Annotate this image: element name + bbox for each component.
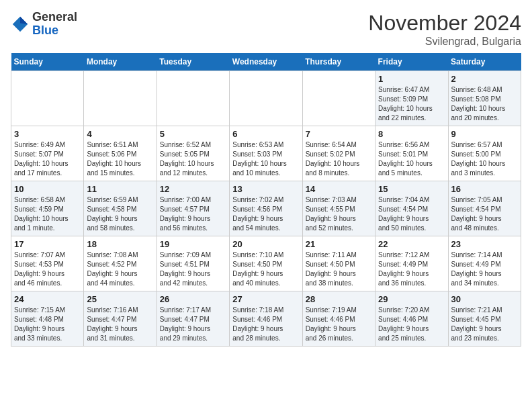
day-info: Sunrise: 7:20 AM Sunset: 4:46 PM Dayligh… <box>378 306 445 343</box>
day-info: Sunrise: 6:49 AM Sunset: 5:07 PM Dayligh… <box>14 140 81 178</box>
day-number: 13 <box>232 184 299 194</box>
day-info: Sunrise: 7:18 AM Sunset: 4:46 PM Dayligh… <box>232 306 299 343</box>
calendar-cell: 18Sunrise: 7:08 AM Sunset: 4:52 PM Dayli… <box>84 236 157 291</box>
day-number: 29 <box>378 294 445 304</box>
calendar-cell: 21Sunrise: 7:11 AM Sunset: 4:50 PM Dayli… <box>302 236 375 291</box>
weekday-header-sunday: Sunday <box>11 53 84 71</box>
day-number: 4 <box>87 129 153 139</box>
day-info: Sunrise: 6:56 AM Sunset: 5:01 PM Dayligh… <box>378 140 445 178</box>
day-number: 16 <box>451 184 518 194</box>
calendar-cell: 4Sunrise: 6:51 AM Sunset: 5:06 PM Daylig… <box>84 126 157 181</box>
calendar-body: 1Sunrise: 6:47 AM Sunset: 5:09 PM Daylig… <box>11 71 521 347</box>
day-number: 5 <box>160 129 226 139</box>
calendar-cell: 12Sunrise: 7:00 AM Sunset: 4:57 PM Dayli… <box>157 181 229 236</box>
day-info: Sunrise: 7:08 AM Sunset: 4:52 PM Dayligh… <box>87 250 153 288</box>
day-number: 27 <box>232 294 299 304</box>
day-info: Sunrise: 7:16 AM Sunset: 4:47 PM Dayligh… <box>87 306 153 343</box>
day-info: Sunrise: 6:48 AM Sunset: 5:08 PM Dayligh… <box>451 85 518 123</box>
day-info: Sunrise: 6:51 AM Sunset: 5:06 PM Dayligh… <box>87 140 153 178</box>
day-info: Sunrise: 7:19 AM Sunset: 4:46 PM Dayligh… <box>306 306 372 343</box>
day-info: Sunrise: 6:58 AM Sunset: 4:59 PM Dayligh… <box>14 195 81 233</box>
calendar-week-0: 1Sunrise: 6:47 AM Sunset: 5:09 PM Daylig… <box>11 71 521 126</box>
day-info: Sunrise: 7:09 AM Sunset: 4:51 PM Dayligh… <box>160 250 226 288</box>
logo-icon <box>11 15 30 34</box>
day-info: Sunrise: 7:15 AM Sunset: 4:48 PM Dayligh… <box>14 306 81 343</box>
calendar-cell: 10Sunrise: 6:58 AM Sunset: 4:59 PM Dayli… <box>11 181 84 236</box>
day-info: Sunrise: 7:17 AM Sunset: 4:47 PM Dayligh… <box>160 306 226 343</box>
day-info: Sunrise: 6:47 AM Sunset: 5:09 PM Dayligh… <box>378 85 445 123</box>
calendar-cell: 11Sunrise: 6:59 AM Sunset: 4:58 PM Dayli… <box>84 181 157 236</box>
weekday-header-monday: Monday <box>84 53 157 71</box>
calendar-cell: 8Sunrise: 6:56 AM Sunset: 5:01 PM Daylig… <box>375 126 448 181</box>
weekday-header-saturday: Saturday <box>448 53 521 71</box>
calendar-cell: 16Sunrise: 7:05 AM Sunset: 4:54 PM Dayli… <box>448 181 521 236</box>
day-number: 19 <box>160 239 226 249</box>
day-info: Sunrise: 6:52 AM Sunset: 5:05 PM Dayligh… <box>160 140 226 178</box>
day-number: 8 <box>378 129 445 139</box>
calendar-cell: 20Sunrise: 7:10 AM Sunset: 4:50 PM Dayli… <box>230 236 302 291</box>
day-number: 20 <box>232 239 299 249</box>
calendar-cell: 3Sunrise: 6:49 AM Sunset: 5:07 PM Daylig… <box>11 126 84 181</box>
day-number: 18 <box>87 239 153 249</box>
calendar-cell: 23Sunrise: 7:14 AM Sunset: 4:49 PM Dayli… <box>448 236 521 291</box>
weekday-header-friday: Friday <box>375 53 448 71</box>
day-number: 7 <box>306 129 372 139</box>
calendar-week-1: 3Sunrise: 6:49 AM Sunset: 5:07 PM Daylig… <box>11 126 521 181</box>
weekday-header-row: SundayMondayTuesdayWednesdayThursdayFrid… <box>11 53 521 71</box>
calendar-cell: 27Sunrise: 7:18 AM Sunset: 4:46 PM Dayli… <box>230 291 302 347</box>
calendar-cell <box>11 71 84 126</box>
calendar-cell: 22Sunrise: 7:12 AM Sunset: 4:49 PM Dayli… <box>375 236 448 291</box>
day-info: Sunrise: 7:10 AM Sunset: 4:50 PM Dayligh… <box>232 250 299 288</box>
calendar-cell: 5Sunrise: 6:52 AM Sunset: 5:05 PM Daylig… <box>157 126 229 181</box>
calendar-cell: 29Sunrise: 7:20 AM Sunset: 4:46 PM Dayli… <box>375 291 448 347</box>
weekday-header-wednesday: Wednesday <box>230 53 302 71</box>
calendar-cell: 9Sunrise: 6:57 AM Sunset: 5:00 PM Daylig… <box>448 126 521 181</box>
day-number: 22 <box>378 239 445 249</box>
day-info: Sunrise: 6:59 AM Sunset: 4:58 PM Dayligh… <box>87 195 153 233</box>
day-info: Sunrise: 7:07 AM Sunset: 4:53 PM Dayligh… <box>14 250 81 288</box>
calendar-cell: 17Sunrise: 7:07 AM Sunset: 4:53 PM Dayli… <box>11 236 84 291</box>
calendar-week-4: 24Sunrise: 7:15 AM Sunset: 4:48 PM Dayli… <box>11 291 521 347</box>
month-title: November 2024 <box>368 11 521 36</box>
logo: General Blue <box>11 11 77 38</box>
day-info: Sunrise: 7:04 AM Sunset: 4:54 PM Dayligh… <box>378 195 445 233</box>
day-info: Sunrise: 7:12 AM Sunset: 4:49 PM Dayligh… <box>378 250 445 288</box>
location-subtitle: Svilengrad, Bulgaria <box>368 36 521 48</box>
calendar-cell: 30Sunrise: 7:21 AM Sunset: 4:45 PM Dayli… <box>448 291 521 347</box>
day-number: 30 <box>451 294 518 304</box>
calendar-cell: 2Sunrise: 6:48 AM Sunset: 5:08 PM Daylig… <box>448 71 521 126</box>
day-info: Sunrise: 7:14 AM Sunset: 4:49 PM Dayligh… <box>451 250 518 288</box>
weekday-header-tuesday: Tuesday <box>157 53 229 71</box>
day-number: 11 <box>87 184 153 194</box>
calendar-cell: 26Sunrise: 7:17 AM Sunset: 4:47 PM Dayli… <box>157 291 229 347</box>
day-number: 21 <box>306 239 372 249</box>
calendar-cell: 13Sunrise: 7:02 AM Sunset: 4:56 PM Dayli… <box>230 181 302 236</box>
logo-blue: Blue <box>32 24 77 38</box>
calendar-header: SundayMondayTuesdayWednesdayThursdayFrid… <box>11 53 521 71</box>
day-number: 23 <box>451 239 518 249</box>
day-info: Sunrise: 7:11 AM Sunset: 4:50 PM Dayligh… <box>306 250 372 288</box>
day-info: Sunrise: 6:53 AM Sunset: 5:03 PM Dayligh… <box>232 140 299 178</box>
logo-general: General <box>32 11 77 24</box>
day-number: 14 <box>306 184 372 194</box>
calendar-week-3: 17Sunrise: 7:07 AM Sunset: 4:53 PM Dayli… <box>11 236 521 291</box>
day-info: Sunrise: 7:02 AM Sunset: 4:56 PM Dayligh… <box>232 195 299 233</box>
day-number: 3 <box>14 129 81 139</box>
calendar-cell <box>157 71 229 126</box>
day-number: 6 <box>232 129 299 139</box>
day-info: Sunrise: 6:57 AM Sunset: 5:00 PM Dayligh… <box>451 140 518 178</box>
header: General Blue November 2024 Svilengrad, B… <box>11 11 521 48</box>
day-number: 28 <box>306 294 372 304</box>
calendar-table: SundayMondayTuesdayWednesdayThursdayFrid… <box>11 53 521 347</box>
day-number: 24 <box>14 294 81 304</box>
title-area: November 2024 Svilengrad, Bulgaria <box>368 11 521 48</box>
calendar-cell: 19Sunrise: 7:09 AM Sunset: 4:51 PM Dayli… <box>157 236 229 291</box>
day-number: 25 <box>87 294 153 304</box>
calendar-week-2: 10Sunrise: 6:58 AM Sunset: 4:59 PM Dayli… <box>11 181 521 236</box>
day-info: Sunrise: 7:05 AM Sunset: 4:54 PM Dayligh… <box>451 195 518 233</box>
calendar-cell <box>302 71 375 126</box>
calendar-cell: 6Sunrise: 6:53 AM Sunset: 5:03 PM Daylig… <box>230 126 302 181</box>
day-info: Sunrise: 7:00 AM Sunset: 4:57 PM Dayligh… <box>160 195 226 233</box>
day-number: 2 <box>451 74 518 84</box>
calendar-cell: 25Sunrise: 7:16 AM Sunset: 4:47 PM Dayli… <box>84 291 157 347</box>
